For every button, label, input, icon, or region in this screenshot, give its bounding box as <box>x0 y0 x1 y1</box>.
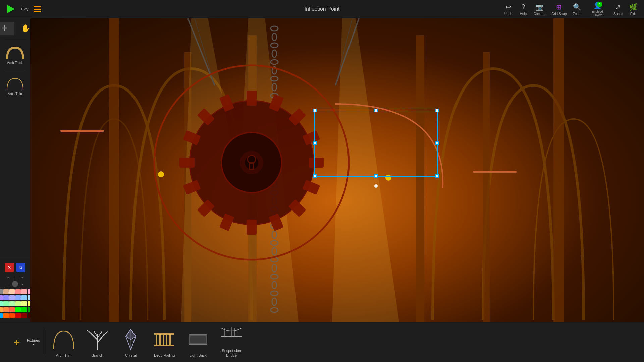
fixture-item-arch-thin[interactable]: Arch Thin <box>50 328 77 358</box>
svg-rect-5 <box>553 18 564 322</box>
fixture-item-deco-railing[interactable]: Deco Railing <box>151 328 178 358</box>
exit-button[interactable]: 🌿 Exit <box>629 3 637 16</box>
color-swatch[interactable] <box>3 313 9 318</box>
fixture-item-branch[interactable]: Branch <box>84 328 111 358</box>
grid-icon: ⊞ <box>555 3 564 11</box>
arch-thin-fixture-icon <box>52 328 75 351</box>
svg-rect-4 <box>483 52 490 322</box>
svg-point-15 <box>271 76 278 81</box>
share-button[interactable]: ↗ Share <box>613 3 623 16</box>
fixture-item-suspension-bridge[interactable]: Suspension Bridge <box>218 323 245 357</box>
color-swatch[interactable] <box>21 313 27 318</box>
color-swatch[interactable] <box>3 289 9 294</box>
svg-point-67 <box>385 175 391 181</box>
svg-point-10 <box>272 33 277 41</box>
arch-thick-label: Arch Thick <box>7 61 23 65</box>
enabled-players-button[interactable]: 👤 1 Enabled Players <box>587 1 607 17</box>
color-swatch[interactable] <box>0 295 3 300</box>
fixtures-divider <box>45 329 45 356</box>
arrow-right-cell[interactable]: ↘ <box>19 281 25 287</box>
copy-icon: ⧉ <box>19 265 22 270</box>
arch-thin-item[interactable]: Arch Thin <box>4 74 26 98</box>
color-swatch[interactable] <box>0 307 3 312</box>
arch-thin-label: Arch Thin <box>8 92 22 96</box>
hamburger-icon <box>34 9 41 10</box>
fixture-item-crystal[interactable]: Crystal <box>117 328 144 358</box>
arrow-up-cell[interactable]: ↑ <box>12 274 18 280</box>
svg-rect-64 <box>60 130 104 132</box>
color-swatch[interactable] <box>0 301 3 306</box>
color-swatch[interactable] <box>21 301 27 306</box>
color-swatch[interactable] <box>3 295 9 300</box>
fixtures-expand-arrow[interactable]: ▲ <box>32 342 36 346</box>
svg-rect-42 <box>247 90 257 106</box>
menu-button[interactable] <box>32 5 42 13</box>
color-swatch[interactable] <box>21 289 27 294</box>
color-swatch[interactable] <box>9 295 15 300</box>
undo-icon: ↩ <box>504 3 513 11</box>
sidebar-divider-2 <box>4 71 25 71</box>
bottom-bar: + Fixtures ▲ Arch Thin Br <box>0 322 644 362</box>
branch-fixture-label: Branch <box>92 353 103 358</box>
cursor-icon: ✛ <box>1 24 7 33</box>
color-swatch[interactable] <box>0 313 3 318</box>
arrow-left-cell[interactable]: ↓ <box>5 281 11 287</box>
color-swatch[interactable] <box>9 301 15 306</box>
hamburger-icon <box>34 11 41 12</box>
light-brick-fixture-icon <box>186 328 210 351</box>
camera-icon: 📷 <box>535 3 544 11</box>
color-swatch[interactable] <box>15 313 21 318</box>
add-cross-icon: + <box>14 337 20 348</box>
color-swatch[interactable] <box>15 307 21 312</box>
color-swatch[interactable] <box>9 289 15 294</box>
zoom-button[interactable]: 🔍 Zoom <box>573 3 581 16</box>
fixtures-label: Fixtures <box>27 338 40 342</box>
color-swatch[interactable] <box>9 313 15 318</box>
color-swatch[interactable] <box>21 307 27 312</box>
arch-thick-item[interactable]: Arch Thick <box>4 44 26 67</box>
players-count-badge: 1 <box>597 2 602 7</box>
app-title: Inflection Point <box>305 6 340 12</box>
arch-thin-fixture-label: Arch Thin <box>56 353 72 358</box>
fixture-items-list: Arch Thin Branch Crystal <box>50 323 245 361</box>
play-button[interactable] <box>5 3 17 15</box>
share-icon: ↗ <box>614 3 623 11</box>
play-triangle-icon <box>7 5 15 13</box>
color-swatch[interactable] <box>15 289 21 294</box>
color-swatch[interactable] <box>15 301 21 306</box>
help-button[interactable]: ? Help <box>519 3 528 16</box>
suspension-bridge-fixture-icon <box>220 323 243 347</box>
svg-point-12 <box>272 50 277 57</box>
color-swatch[interactable] <box>9 307 15 312</box>
delete-button[interactable]: ✕ <box>5 263 14 272</box>
sidebar-divider <box>4 40 25 40</box>
fixtures-label-area: Fixtures ▲ <box>27 338 40 346</box>
left-sidebar: ✛ ✋ Arch Thick Arch Thin <box>0 18 30 322</box>
x-icon: ✕ <box>7 265 11 270</box>
toolbar-left: Play <box>0 3 47 15</box>
deco-railing-fixture-icon <box>153 328 176 351</box>
arrow-cell[interactable]: ↗ <box>19 274 25 280</box>
add-fixture-button[interactable]: + <box>7 332 27 352</box>
svg-point-16 <box>272 83 277 91</box>
select-tool-button[interactable]: ✛ <box>0 22 14 35</box>
fixture-item-light-brick[interactable]: Light Brick <box>184 328 211 358</box>
color-swatch[interactable] <box>0 289 3 294</box>
copy-button[interactable]: ⧉ <box>16 263 25 272</box>
background-arches <box>30 18 644 322</box>
canvas-area[interactable] <box>30 18 644 322</box>
exit-icon: 🌿 <box>629 3 637 11</box>
svg-point-11 <box>271 43 278 48</box>
svg-rect-44 <box>309 158 324 168</box>
capture-button[interactable]: 📷 Capture <box>534 3 546 16</box>
toolbar: Play Inflection Point ↩ Undo ? Help 📷 Ca… <box>0 0 644 18</box>
arrow-cell[interactable]: ↖ <box>5 274 11 280</box>
color-swatch[interactable] <box>3 307 9 312</box>
crystal-fixture-label: Crystal <box>125 353 137 358</box>
color-swatch[interactable] <box>3 301 9 306</box>
sidebar-divider-3 <box>0 259 34 259</box>
color-swatch[interactable] <box>15 295 21 300</box>
color-swatch[interactable] <box>21 295 27 300</box>
undo-button[interactable]: ↩ Undo <box>504 3 513 16</box>
grid-snap-button[interactable]: ⊞ Grid Snap <box>551 3 567 16</box>
